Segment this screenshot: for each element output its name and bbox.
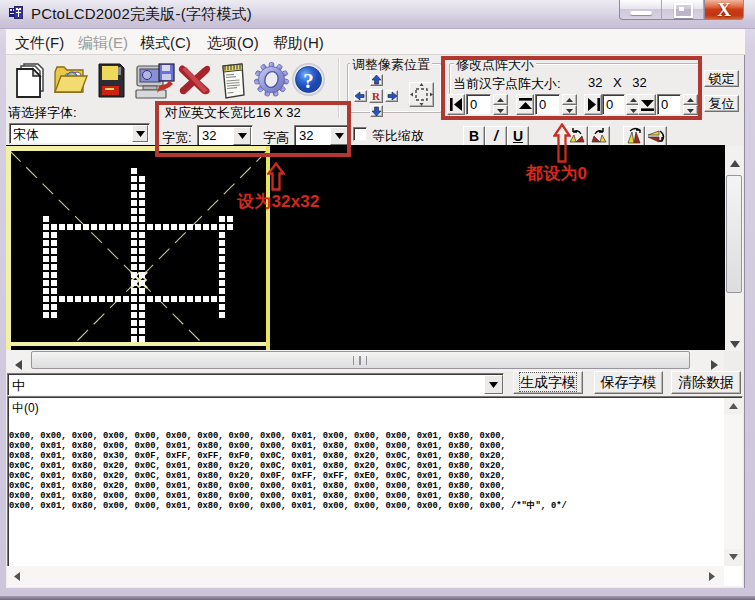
- svg-text:?: ?: [303, 69, 314, 93]
